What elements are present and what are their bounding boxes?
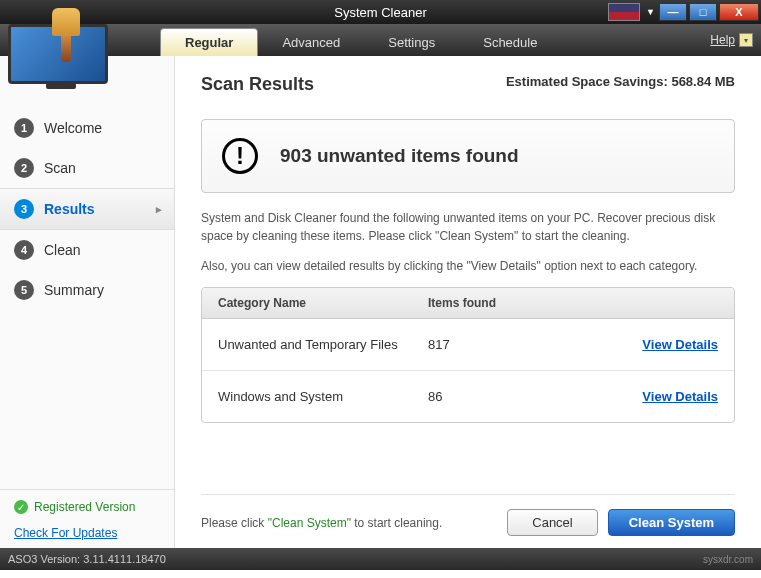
page-title: Scan Results (201, 74, 314, 95)
cell-category: Unwanted and Temporary Files (218, 337, 428, 352)
check-icon: ✓ (14, 500, 28, 514)
cell-category: Windows and System (218, 389, 428, 404)
maximize-button[interactable]: □ (689, 3, 717, 21)
window-title: System Cleaner (334, 5, 426, 20)
sidebar-step-summary[interactable]: 5 Summary (0, 270, 174, 310)
sidebar-step-welcome[interactable]: 1 Welcome (0, 108, 174, 148)
step-number-icon: 5 (14, 280, 34, 300)
step-number-icon: 1 (14, 118, 34, 138)
alert-box: ! 903 unwanted items found (201, 119, 735, 193)
content-area: Scan Results Estimated Space Savings: 56… (175, 56, 761, 548)
step-label: Welcome (44, 120, 102, 136)
step-number-icon: 3 (14, 199, 34, 219)
close-button[interactable]: X (719, 3, 759, 21)
sidebar: 1 Welcome 2 Scan 3 Results 4 Clean 5 Sum… (0, 56, 175, 548)
cell-items: 817 (428, 337, 588, 352)
view-details-link[interactable]: View Details (642, 389, 718, 404)
footer-hint: Please click "Clean System" to start cle… (201, 516, 442, 530)
check-updates-link[interactable]: Check For Updates (14, 526, 160, 540)
menu-bar: aso Regular Advanced Settings Schedule H… (0, 24, 761, 56)
help-label: Help (710, 33, 735, 47)
results-table: Category Name Items found Unwanted and T… (201, 287, 735, 423)
language-dropdown-icon[interactable]: ▼ (642, 7, 659, 17)
tab-advanced[interactable]: Advanced (258, 28, 364, 56)
watermark: sysxdr.com (703, 554, 753, 565)
cell-items: 86 (428, 389, 588, 404)
title-bar: System Cleaner ▼ — □ X (0, 0, 761, 24)
view-details-link[interactable]: View Details (642, 337, 718, 352)
cancel-button[interactable]: Cancel (507, 509, 597, 536)
minimize-button[interactable]: — (659, 3, 687, 21)
help-menu[interactable]: Help ▾ (710, 24, 753, 56)
space-savings-label: Estimated Space Savings: 568.84 MB (506, 74, 735, 89)
step-label: Results (44, 201, 95, 217)
version-label: ASO3 Version: 3.11.4111.18470 (8, 553, 166, 565)
col-header-items: Items found (428, 296, 588, 310)
sidebar-step-scan[interactable]: 2 Scan (0, 148, 174, 188)
sidebar-step-clean[interactable]: 4 Clean (0, 230, 174, 270)
language-flag-icon[interactable] (608, 3, 640, 21)
help-dropdown-icon[interactable]: ▾ (739, 33, 753, 47)
step-number-icon: 4 (14, 240, 34, 260)
warning-icon: ! (222, 138, 258, 174)
tab-schedule[interactable]: Schedule (459, 28, 561, 56)
step-label: Scan (44, 160, 76, 176)
clean-system-button[interactable]: Clean System (608, 509, 735, 536)
footer-row: Please click "Clean System" to start cle… (201, 494, 735, 536)
step-number-icon: 2 (14, 158, 34, 178)
status-bar: ASO3 Version: 3.11.4111.18470 sysxdr.com (0, 548, 761, 570)
step-label: Clean (44, 242, 81, 258)
alert-text: 903 unwanted items found (280, 145, 519, 167)
description-1: System and Disk Cleaner found the follow… (201, 209, 735, 245)
brush-icon (52, 8, 80, 60)
tab-regular[interactable]: Regular (160, 28, 258, 56)
app-logo-area (0, 56, 174, 96)
step-label: Summary (44, 282, 104, 298)
description-2: Also, you can view detailed results by c… (201, 257, 735, 275)
sidebar-step-results[interactable]: 3 Results (0, 188, 174, 230)
table-row: Unwanted and Temporary Files 817 View De… (202, 319, 734, 371)
table-row: Windows and System 86 View Details (202, 371, 734, 422)
clean-system-hint-link[interactable]: "Clean System" (268, 516, 351, 530)
tab-settings[interactable]: Settings (364, 28, 459, 56)
registered-version-label: ✓ Registered Version (14, 500, 160, 514)
col-header-category: Category Name (218, 296, 428, 310)
